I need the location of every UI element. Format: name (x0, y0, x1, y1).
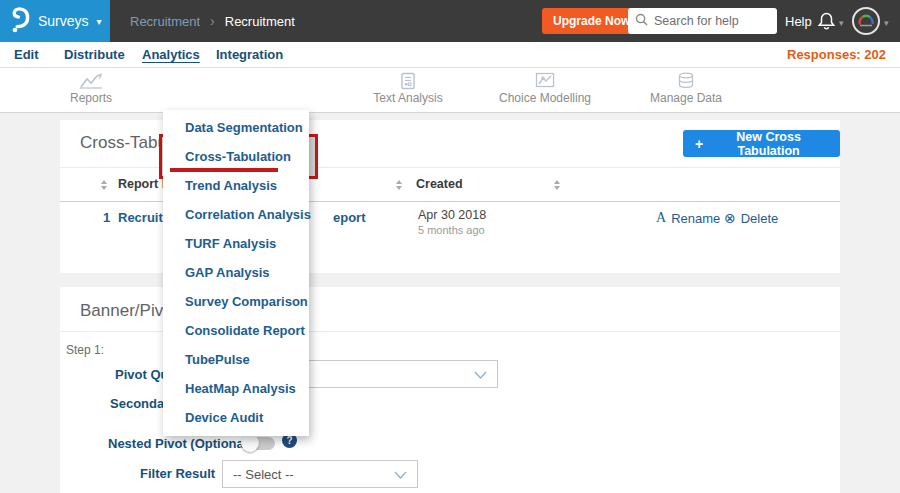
menu-item-correlation-analysis[interactable]: Correlation Analysis (163, 200, 309, 229)
rename-button[interactable]: A Rename (656, 210, 720, 226)
delete-circle-x-icon: ⊗ (724, 210, 736, 226)
filter-result-value: -- Select -- (233, 467, 294, 482)
report-name-link-end[interactable]: eport (333, 210, 366, 225)
toolbar-item-choice-modelling[interactable]: Choice Modelling (485, 72, 605, 105)
nav-tab-distribute[interactable]: Distribute (64, 47, 125, 62)
questionpro-logo-icon (11, 6, 30, 37)
toolbar-label-reports: Reports (31, 91, 151, 105)
survey-nav-bar: Edit Distribute Analytics Integration Re… (0, 42, 900, 68)
breadcrumb: Recruitment › Recruitment (130, 0, 295, 42)
created-ago: 5 months ago (418, 224, 485, 236)
row-index: 1 (103, 210, 110, 225)
toolbar-item-reports[interactable]: Reports (31, 72, 151, 105)
surveys-menu[interactable]: Surveys ▾ (0, 0, 110, 42)
toolbar-label-manage-data: Manage Data (626, 91, 746, 105)
upgrade-now-button[interactable]: Upgrade Now (542, 8, 641, 34)
new-cross-tabulation-button[interactable]: + New Cross Tabulation (683, 130, 840, 157)
sort-icon[interactable] (396, 180, 402, 190)
search-icon (635, 12, 648, 30)
annotation-red-underline (170, 168, 278, 172)
nav-tab-integration[interactable]: Integration (216, 47, 283, 62)
breadcrumb-current: Recruitment (225, 14, 295, 29)
menu-item-device-audit[interactable]: Device Audit (163, 403, 309, 432)
nested-pivot-label: Nested Pivot (Optional) (108, 436, 252, 451)
breadcrumb-separator-icon: › (210, 13, 215, 29)
avatar-caret-icon[interactable]: ▾ (884, 18, 889, 28)
sort-icon[interactable] (101, 180, 107, 190)
toolbar-item-manage-data[interactable]: Manage Data (626, 72, 746, 105)
nav-tab-edit[interactable]: Edit (14, 47, 39, 62)
rename-label: Rename (671, 211, 720, 226)
responses-count[interactable]: Responses: 202 (787, 47, 886, 62)
menu-item-tubepulse[interactable]: TubePulse (163, 345, 309, 374)
notifications-caret-icon[interactable]: ▾ (839, 18, 844, 28)
menu-item-cross-tabulation[interactable]: Cross-Tabulation (163, 142, 309, 171)
filter-result-select[interactable]: -- Select -- (222, 460, 418, 488)
created-date: Apr 30 2018 (418, 208, 486, 222)
sort-icon[interactable] (554, 180, 560, 190)
menu-item-consolidate-report[interactable]: Consolidate Report (163, 316, 309, 345)
chevron-down-icon: ▾ (97, 16, 102, 27)
banner-pivot-title: Banner/Pivo (80, 301, 173, 321)
breadcrumb-parent[interactable]: Recruitment (130, 14, 200, 29)
menu-item-survey-comparison[interactable]: Survey Comparison (163, 287, 309, 316)
plus-icon: + (695, 136, 703, 152)
line-chart-icon (31, 72, 151, 89)
nested-pivot-toggle[interactable] (243, 437, 275, 450)
document-icon (348, 72, 468, 89)
step-label: Step 1: (66, 343, 104, 357)
help-search-input[interactable] (654, 14, 764, 28)
menu-item-heatmap-analysis[interactable]: HeatMap Analysis (163, 374, 309, 403)
nav-tab-analytics[interactable]: Analytics (142, 47, 200, 62)
menu-item-turf-analysis[interactable]: TURF Analysis (163, 229, 309, 258)
top-bar: Surveys ▾ Recruitment › Recruitment Upgr… (0, 0, 900, 42)
chevron-down-icon (394, 467, 407, 482)
notifications-bell-icon[interactable] (817, 11, 836, 35)
chart-frame-icon (485, 72, 605, 89)
analysis-dropdown-menu: Data Segmentation Cross-Tabulation Trend… (163, 110, 309, 436)
analytics-toolbar: Reports ▼ Analysis ▼ Text Analysis ▼ Cho… (0, 68, 900, 113)
menu-item-data-segmentation[interactable]: Data Segmentation (163, 113, 309, 142)
filter-result-label: Filter Result (140, 466, 215, 481)
app-window: Surveys ▾ Recruitment › Recruitment Upgr… (0, 0, 900, 493)
database-icon (626, 72, 746, 89)
user-avatar[interactable] (852, 7, 880, 35)
delete-label: Delete (741, 211, 779, 226)
menu-item-trend-analysis[interactable]: Trend Analysis (163, 171, 309, 200)
help-link[interactable]: Help (785, 14, 812, 29)
column-header-created[interactable]: Created (416, 177, 463, 191)
surveys-label: Surveys (38, 13, 89, 29)
chevron-down-icon (474, 367, 487, 382)
toolbar-item-text-analysis[interactable]: Text Analysis (348, 72, 468, 105)
toolbar-label-choice-modelling: Choice Modelling (485, 91, 605, 105)
new-cross-tabulation-label: New Cross Tabulation (709, 130, 828, 158)
menu-item-gap-analysis[interactable]: GAP Analysis (163, 258, 309, 287)
toolbar-label-text-analysis: Text Analysis (348, 91, 468, 105)
help-search-box[interactable] (628, 8, 777, 34)
rename-letter-icon: A (656, 210, 666, 226)
delete-button[interactable]: ⊗ Delete (724, 210, 778, 226)
